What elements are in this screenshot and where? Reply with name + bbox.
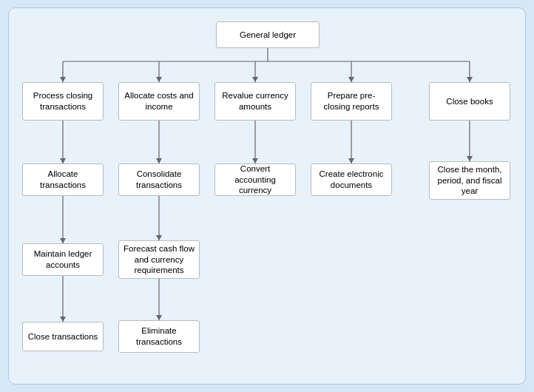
svg-marker-23 <box>156 315 162 320</box>
svg-marker-15 <box>60 238 66 243</box>
node-col3-1: Revalue currency amounts <box>214 82 296 121</box>
diagram-container: General ledger Process closing transacti… <box>8 7 526 385</box>
node-col4-2: Create electronic documents <box>311 163 392 196</box>
node-col5-1: Close books <box>429 82 510 121</box>
svg-marker-17 <box>60 317 66 322</box>
node-col2-1: Allocate costs and income <box>118 82 200 121</box>
node-col1-4: Close transactions <box>22 322 104 351</box>
node-col2-3: Forecast cash flow and currency requirem… <box>118 240 200 279</box>
node-col1-3: Maintain ledger accounts <box>22 243 104 276</box>
node-col2-4: Eliminate transactions <box>118 320 200 353</box>
svg-marker-29 <box>467 156 473 161</box>
node-col1-2: Allocate transactions <box>22 163 104 196</box>
svg-marker-19 <box>156 158 162 163</box>
svg-marker-10 <box>348 77 354 82</box>
svg-marker-13 <box>60 158 66 163</box>
node-col4-1: Prepare pre-closing reports <box>311 82 392 121</box>
node-root: General ledger <box>216 21 320 48</box>
node-col5-2: Close the month, period, and fiscal year <box>429 161 510 200</box>
svg-marker-7 <box>60 77 66 82</box>
svg-marker-8 <box>156 77 162 82</box>
node-col1-1: Process closing transactions <box>22 82 104 121</box>
node-col2-2: Consolidate transactions <box>118 163 200 196</box>
svg-marker-11 <box>467 77 473 82</box>
svg-marker-21 <box>156 235 162 240</box>
svg-marker-27 <box>348 158 354 163</box>
node-col3-2: Convert accounting currency <box>214 163 296 196</box>
svg-marker-9 <box>252 77 258 82</box>
